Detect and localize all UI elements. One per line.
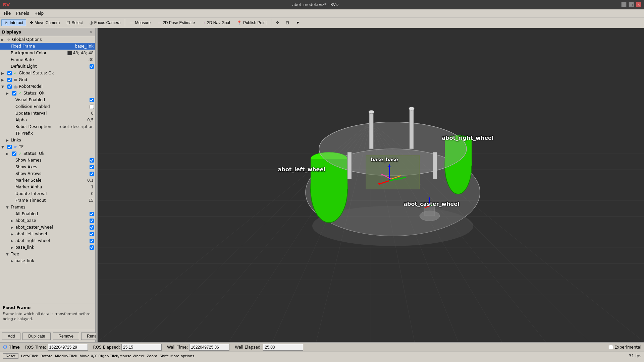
links-row[interactable]: ▶ Links <box>0 137 95 143</box>
pose-estimate-button[interactable]: → 2D Pose Estimate <box>154 19 198 26</box>
show-axes-checkbox[interactable] <box>90 165 94 169</box>
marker-scale-row[interactable]: Marker Scale 0,1 <box>0 177 95 184</box>
minimize-button[interactable]: _ <box>621 2 627 7</box>
abot-caster-checkbox-cell[interactable] <box>88 225 95 230</box>
alpha-row[interactable]: Alpha 0,5 <box>0 117 95 123</box>
base-link-frames-checkbox-cell[interactable] <box>88 245 95 250</box>
3d-viewport[interactable]: abot_right_wheel abot_left_wheel base_ba… <box>98 28 644 342</box>
publish-point-button[interactable]: 📍 Publish Point <box>234 19 270 26</box>
grid-row[interactable]: ▶ ⊞ Grid <box>0 76 95 83</box>
tree-section-row[interactable]: ▼ Tree <box>0 251 95 257</box>
experimental-checkbox[interactable] <box>609 345 613 349</box>
update-interval-tf-row[interactable]: Update Interval 0 <box>0 190 95 197</box>
measure-button[interactable]: — Measure <box>126 19 154 26</box>
global-status-checkbox-cell[interactable] <box>6 71 13 75</box>
remove-button[interactable]: Remove <box>53 333 79 340</box>
abot-left-wheel-row[interactable]: ▶ abot_left_wheel <box>0 231 95 237</box>
ros-elapsed-input[interactable] <box>121 344 162 351</box>
default-light-checkbox[interactable] <box>90 64 94 69</box>
tf-prefix-row[interactable]: TF Prefix <box>0 130 95 137</box>
menu-file[interactable]: File <box>1 10 13 16</box>
show-names-checkbox[interactable] <box>90 158 94 163</box>
all-enabled-row[interactable]: All Enabled <box>0 210 95 217</box>
focus-camera-button[interactable]: ◎ Focus Camera <box>87 19 124 26</box>
duplicate-button[interactable]: Duplicate <box>22 333 51 340</box>
abot-caster-wheel-row[interactable]: ▶ abot_caster_wheel <box>0 224 95 231</box>
frames-section-row[interactable]: ▼ Frames <box>0 204 95 210</box>
robot-model-row[interactable]: ▼ 🤖 RobotModel <box>0 83 95 90</box>
global-status-checkbox[interactable] <box>7 71 12 75</box>
add-button[interactable]: Add <box>2 333 20 340</box>
grid-checkbox-cell[interactable] <box>6 78 13 82</box>
fixed-frame-row[interactable]: Fixed Frame base_link <box>0 43 95 50</box>
global-options-row[interactable]: ▶ ⚙ Global Options <box>0 36 95 43</box>
wall-time-input[interactable] <box>189 344 229 351</box>
collision-enabled-checkbox[interactable] <box>90 105 94 109</box>
frame-rate-row[interactable]: Frame Rate 30 <box>0 56 95 63</box>
abot-caster-checkbox[interactable] <box>90 225 94 230</box>
abot-base-checkbox[interactable] <box>90 219 94 223</box>
show-names-checkbox-cell[interactable] <box>88 158 95 163</box>
visual-enabled-checkbox[interactable] <box>90 98 94 102</box>
show-axes-row[interactable]: Show Axes <box>0 164 95 170</box>
interact-button[interactable]: 🖱 Interact <box>1 19 26 26</box>
tf-row[interactable]: ▼ ⟳ TF <box>0 143 95 150</box>
extra-button[interactable]: ▼ <box>293 19 303 26</box>
collision-enabled-row[interactable]: Collision Enabled <box>0 103 95 110</box>
close-button[interactable]: × <box>636 2 641 7</box>
rm-status-checkbox-cell[interactable] <box>11 91 17 96</box>
move-camera-button[interactable]: ✥ Move Camera <box>27 19 63 26</box>
abot-base-checkbox-cell[interactable] <box>88 219 95 223</box>
tf-status-checkbox-cell[interactable] <box>11 152 17 156</box>
tf-status-checkbox[interactable] <box>12 152 16 156</box>
links-expand: ▶ <box>6 138 11 142</box>
ros-time-input[interactable] <box>48 344 88 351</box>
global-status-row[interactable]: ▶ ✓ Global Status: Ok <box>0 70 95 76</box>
show-arrows-checkbox[interactable] <box>90 172 94 176</box>
default-light-row[interactable]: Default Light <box>0 63 95 70</box>
tf-checkbox[interactable] <box>7 145 12 149</box>
crosshair-button[interactable]: ✛ <box>273 19 282 26</box>
abot-right-checkbox[interactable] <box>90 239 94 243</box>
robot-model-checkbox-cell[interactable] <box>6 84 13 89</box>
menu-help[interactable]: Help <box>32 10 46 16</box>
abot-right-wheel-row[interactable]: ▶ abot_right_wheel <box>0 237 95 244</box>
tf-status-row[interactable]: ▶ ✓ Status: Ok <box>0 150 95 157</box>
abot-right-checkbox-cell[interactable] <box>88 239 95 243</box>
background-color-row[interactable]: Background Color 48; 48; 48 <box>0 50 95 56</box>
displays-close-button[interactable]: ✕ <box>90 30 93 35</box>
menu-panels[interactable]: Panels <box>13 10 32 16</box>
grid-checkbox[interactable] <box>7 78 12 82</box>
abot-left-checkbox-cell[interactable] <box>88 232 95 236</box>
robot-description-row[interactable]: Robot Description robot_description <box>0 123 95 130</box>
marker-alpha-row[interactable]: Marker Alpha 1 <box>0 184 95 190</box>
rm-status-checkbox[interactable] <box>12 91 16 96</box>
show-names-row[interactable]: Show Names <box>0 157 95 164</box>
minus-plus-button[interactable]: ⊟ <box>283 19 292 26</box>
visual-enabled-row[interactable]: Visual Enabled <box>0 97 95 103</box>
robot-model-checkbox[interactable] <box>7 84 12 89</box>
abot-left-checkbox[interactable] <box>90 232 94 236</box>
show-axes-checkbox-cell[interactable] <box>88 165 95 169</box>
default-light-checkbox-cell[interactable] <box>88 64 95 69</box>
reset-button[interactable]: Reset <box>3 353 18 359</box>
maximize-button[interactable]: □ <box>629 2 634 7</box>
tf-checkbox-cell[interactable] <box>6 145 13 149</box>
visual-enabled-checkbox-cell[interactable] <box>88 98 95 102</box>
all-enabled-checkbox[interactable] <box>90 212 94 216</box>
base-link-frames-row[interactable]: ▶ base_link <box>0 244 95 251</box>
update-interval-row[interactable]: Update Interval 0 <box>0 110 95 117</box>
base-link-frames-checkbox[interactable] <box>90 245 94 250</box>
tree-area[interactable]: ▶ ⚙ Global Options Fixed Frame base_link… <box>0 36 95 303</box>
tree-base-link-row[interactable]: ▶ base_link <box>0 257 95 264</box>
wall-elapsed-input[interactable] <box>263 344 303 351</box>
nav-goal-button[interactable]: → 2D Nav Goal <box>199 19 233 26</box>
show-arrows-row[interactable]: Show Arrows <box>0 170 95 177</box>
select-button[interactable]: ☐ Select <box>63 19 86 26</box>
rm-status-row[interactable]: ▶ ✓ Status: Ok <box>0 90 95 97</box>
all-enabled-checkbox-cell[interactable] <box>88 212 95 216</box>
abot-base-row[interactable]: ▶ abot_base <box>0 217 95 224</box>
collision-enabled-checkbox-cell[interactable] <box>88 105 95 109</box>
frame-timeout-row[interactable]: Frame Timeout 15 <box>0 197 95 204</box>
show-arrows-checkbox-cell[interactable] <box>88 172 95 176</box>
